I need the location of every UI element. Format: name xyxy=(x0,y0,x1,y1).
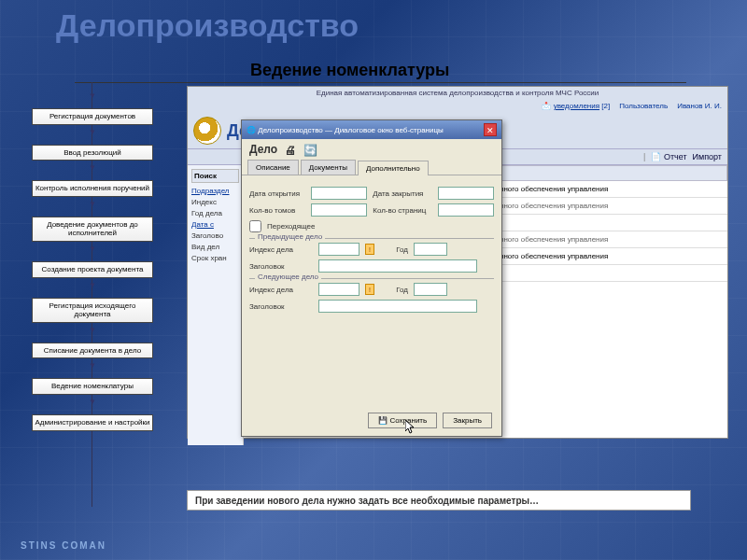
refresh-icon[interactable]: 🔄 xyxy=(303,144,315,155)
user-name: Иванов И. И. xyxy=(677,102,722,110)
label-prev-year: Год xyxy=(380,245,408,254)
label-date-open: Дата открытия xyxy=(249,189,305,198)
input-prev-index[interactable] xyxy=(318,243,359,256)
search-field-2: Год дела xyxy=(191,209,239,217)
page-subtitle: Ведение номенклатуры xyxy=(250,61,449,80)
dialog-title: 🌐 Делопроизводство — Диалоговое окно веб… xyxy=(247,126,444,134)
input-date-open[interactable] xyxy=(311,187,367,200)
sidebar-item-5[interactable]: Регистрация исходящего документа xyxy=(32,298,153,323)
search-panel: Поиск Подраздел Индекс Год дела Дата с З… xyxy=(188,165,244,445)
save-button[interactable]: 💾 Сохранить xyxy=(368,413,437,428)
title-underline xyxy=(75,82,686,83)
label-pages: Кол-во страниц xyxy=(373,206,432,215)
label-transitional: Переходящее xyxy=(267,222,316,231)
dialog-window: 🌐 Делопроизводство — Диалоговое окно веб… xyxy=(241,119,502,437)
label-prev-index: Индекс дела xyxy=(249,245,313,254)
sidebar-item-7[interactable]: Ведение номенклатуры xyxy=(32,378,153,395)
search-header: Поиск xyxy=(191,169,239,183)
input-next-caption[interactable] xyxy=(318,300,477,313)
footer-logo: STINS COMAN xyxy=(21,540,106,551)
search-field-3[interactable]: Дата с xyxy=(191,220,239,229)
dialog-header: Дело 🖨 🔄 xyxy=(242,139,501,160)
notifications-link[interactable]: 📩 уведомления [2] xyxy=(542,102,610,110)
legend-next: Следующее дело xyxy=(255,273,321,281)
toolbar-report[interactable]: 📄 Отчет xyxy=(651,152,686,161)
search-field-5: Вид дел xyxy=(191,243,239,251)
page-main-title: Делопроизводство xyxy=(56,7,359,44)
sidebar-item-1[interactable]: Ввод резолюций xyxy=(32,145,153,161)
close-icon[interactable]: ✕ xyxy=(484,123,497,136)
input-next-index[interactable] xyxy=(318,283,359,296)
emblem-icon xyxy=(193,117,221,145)
sidebar-item-0[interactable]: Регистрация документов xyxy=(32,108,153,125)
toolbar-import[interactable]: Импорт xyxy=(693,152,722,161)
search-field-6: Срок хран xyxy=(191,254,239,262)
input-date-close[interactable] xyxy=(438,187,494,200)
checkbox-transitional[interactable] xyxy=(249,220,261,232)
close-button[interactable]: Закрыть xyxy=(443,413,492,428)
tab-additional[interactable]: Дополнительно xyxy=(358,161,429,175)
input-next-year[interactable] xyxy=(414,283,447,296)
note-bar: При заведении нового дела нужно задать в… xyxy=(187,490,691,511)
input-volumes[interactable] xyxy=(311,203,367,217)
label-date-close: Дата закрытия xyxy=(373,189,432,198)
input-prev-caption[interactable] xyxy=(318,259,477,273)
search-field-0[interactable]: Подраздел xyxy=(191,187,239,195)
sidebar-item-4[interactable]: Создание проекта документа xyxy=(32,261,153,278)
input-pages[interactable] xyxy=(438,203,494,217)
label-next-index: Индекс дела xyxy=(249,286,313,294)
print-icon[interactable]: 🖨 xyxy=(285,144,296,155)
label-next-year: Год xyxy=(380,286,408,294)
sidebar-item-8[interactable]: Администрирование и настройки xyxy=(32,414,153,431)
tab-description[interactable]: Описание xyxy=(247,160,299,175)
sidebar-item-2[interactable]: Контроль исполнения поручений xyxy=(32,180,153,197)
label-volumes: Кол-во томов xyxy=(249,206,305,215)
app-top-title: Единая автоматизированная система делопр… xyxy=(188,87,727,99)
input-prev-year[interactable] xyxy=(414,243,447,256)
sidebar: Регистрация документов Ввод резолюций Ко… xyxy=(32,91,153,434)
sidebar-item-6[interactable]: Списание документа в дело xyxy=(32,343,153,359)
warning-icon[interactable]: ! xyxy=(365,244,374,255)
warning-icon[interactable]: ! xyxy=(365,284,374,295)
search-field-1: Индекс xyxy=(191,198,239,206)
legend-prev: Предыдущее дело xyxy=(255,232,325,241)
search-field-4: Заголово xyxy=(191,231,239,240)
label-next-caption: Заголовок xyxy=(249,302,313,311)
sidebar-item-3[interactable]: Доведение документов до исполнителей xyxy=(32,217,153,242)
tab-documents[interactable]: Документы xyxy=(301,160,356,175)
label-prev-caption: Заголовок xyxy=(249,262,313,271)
user-label: Пользователь xyxy=(619,102,668,110)
